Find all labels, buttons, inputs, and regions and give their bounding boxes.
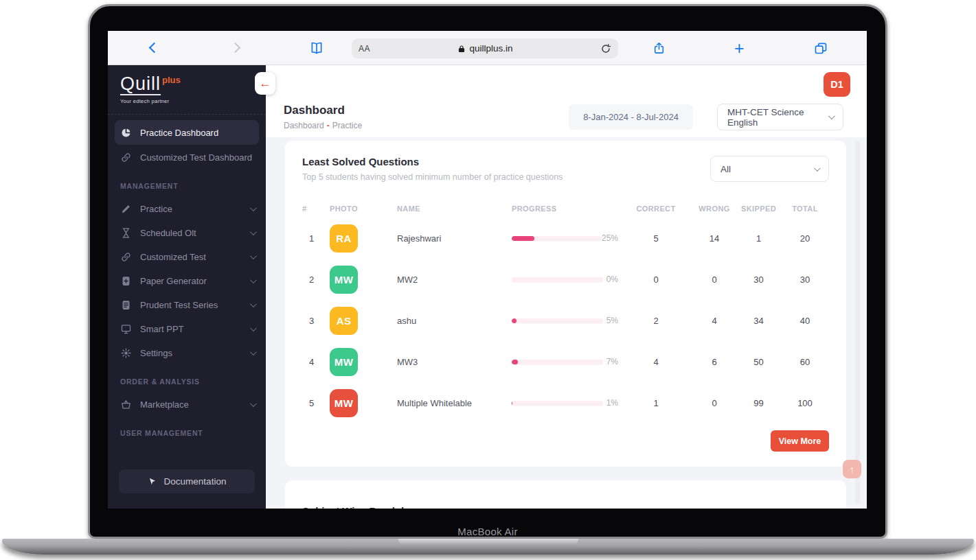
row-rank: 3 (302, 316, 330, 326)
chevron-down-icon (250, 205, 257, 211)
share-icon[interactable] (652, 40, 666, 55)
chevron-down-icon (250, 400, 257, 407)
progress-bar (512, 360, 603, 364)
reader-mode-button[interactable]: AA (359, 44, 370, 54)
date-range-picker[interactable]: 8-Jan-2024 - 8-Jul-2024 (569, 104, 693, 130)
student-name: Multiple Whitelable (397, 398, 512, 408)
avatar: MW (330, 348, 397, 376)
dashboard-scroll-area[interactable]: Least Solved Questions Top 5 students ha… (266, 137, 867, 509)
column-header: CORRECT (620, 205, 692, 213)
chevron-down-icon (814, 165, 821, 172)
total-value: 100 (781, 398, 829, 408)
forward-icon[interactable] (231, 42, 239, 54)
wrong-value: 14 (692, 233, 736, 244)
new-tab-icon[interactable]: + (734, 39, 745, 56)
brand-logo[interactable]: Quill plus Your edtech partner (108, 65, 266, 104)
sidebar-item-label: Practice (140, 204, 172, 214)
page-title: Dashboard (284, 104, 362, 117)
row-rank: 2 (302, 275, 330, 285)
table-row: 3ASashu5%243440 (302, 300, 829, 341)
sidebar-item-label: Smart PPT (140, 324, 184, 334)
card-title: Subject Wise Breakdown (302, 505, 829, 509)
card-title: Least Solved Questions (302, 156, 563, 167)
progress-label: 25% (602, 233, 620, 243)
tabs-overview-icon[interactable] (814, 41, 828, 55)
sidebar-item-prudent-test-series[interactable]: Prudent Test Series (108, 293, 266, 317)
sidebar-item-label: Customized Test (140, 252, 206, 262)
card-subtitle: Top 5 students having solved minimum num… (302, 172, 563, 182)
progress-label: 5% (606, 316, 620, 325)
column-header: PROGRESS (512, 205, 620, 213)
app-body: Quill plus Your edtech partner Practice … (108, 65, 867, 509)
correct-value: 1 (620, 398, 692, 408)
column-header: NAME (397, 205, 512, 213)
browser-toolbar: AA quillplus.in + (108, 31, 867, 65)
progress-cell: 0% (512, 275, 620, 284)
chevron-down-icon (250, 349, 257, 355)
skipped-value: 99 (736, 398, 781, 408)
course-select[interactable]: MHT-CET Science English (717, 104, 843, 130)
laptop-base (2, 539, 974, 555)
table-row: 1RARajeshwari25%514120 (302, 218, 829, 259)
avatar: MW (330, 389, 397, 417)
scroll-to-top-button[interactable]: ↑ (843, 460, 861, 478)
back-icon[interactable] (150, 42, 158, 54)
breadcrumb: Dashboard-Practice (284, 121, 362, 130)
row-rank: 4 (302, 357, 330, 367)
table-header: #PHOTONAMEPROGRESSCORRECTWRONGSKIPPEDTOT… (302, 200, 829, 218)
correct-value: 5 (620, 233, 692, 244)
sidebar-item-marketplace[interactable]: Marketplace (108, 393, 266, 417)
progress-label: 1% (606, 398, 620, 408)
pie-chart-icon (120, 127, 132, 139)
view-more-button[interactable]: View More (771, 430, 829, 452)
sidebar-item-smart-ppt[interactable]: Smart PPT (108, 317, 266, 341)
sidebar-item-customized-test-dashboard[interactable]: Customized Test Dashboard (108, 145, 266, 170)
course-select-value: MHT-CET Science English (727, 107, 828, 128)
total-value: 60 (781, 357, 829, 367)
documentation-label: Documentation (164, 476, 227, 487)
chevron-down-icon (250, 277, 257, 283)
logo-tagline: Your edtech partner (120, 98, 266, 104)
breadcrumb-separator: - (327, 121, 330, 130)
filter-select[interactable]: All (710, 156, 829, 182)
sidebar-collapse-button[interactable]: ← (255, 72, 275, 95)
sidebar-item-scheduled-olt[interactable]: Scheduled Olt (108, 221, 266, 245)
monitor-icon (120, 323, 132, 335)
logo-text: Quill (120, 74, 161, 95)
table-body: 1RARajeshwari25%5141202MWMW20%0030303ASa… (302, 218, 829, 423)
student-name: Rajeshwari (397, 233, 512, 244)
hourglass-icon (120, 227, 132, 239)
sidebar-item-paper-generator[interactable]: Paper Generator (108, 269, 266, 293)
total-value: 30 (781, 275, 829, 285)
skipped-value: 34 (736, 316, 781, 326)
progress-bar (512, 277, 603, 282)
sidebar-item-customized-test[interactable]: Customized Test (108, 245, 266, 269)
progress-bar (512, 318, 603, 323)
url-text: quillplus.in (469, 43, 512, 54)
breadcrumb-item[interactable]: Dashboard (284, 121, 324, 130)
documentation-button[interactable]: Documentation (119, 469, 255, 493)
sidebar-item-label: Prudent Test Series (140, 300, 218, 310)
progress-cell: 7% (512, 357, 620, 366)
avatar: RA (330, 224, 397, 253)
least-solved-card: Least Solved Questions Top 5 students ha… (285, 141, 846, 467)
address-bar[interactable]: AA quillplus.in (352, 38, 618, 58)
screen-content: AA quillplus.in + Quill (108, 31, 867, 509)
page-scrollbar[interactable] (855, 141, 860, 504)
progress-label: 0% (606, 275, 620, 284)
bookmarks-icon[interactable] (310, 41, 324, 55)
filter-select-value: All (720, 164, 731, 174)
sidebar-item-settings[interactable]: Settings (108, 341, 266, 365)
correct-value: 2 (620, 316, 692, 326)
page-header: Dashboard Dashboard-Practice 8-Jan-2024 … (284, 104, 843, 130)
sidebar-item-practice[interactable]: Practice (108, 197, 266, 221)
sidebar-item-practice-dashboard[interactable]: Practice Dashboard (115, 120, 259, 145)
profile-badge[interactable]: D1 (824, 72, 850, 97)
reload-icon[interactable] (600, 43, 611, 54)
progress-label: 7% (606, 357, 620, 366)
column-header: TOTAL (781, 205, 829, 213)
subject-breakdown-card: Subject Wise Breakdown (285, 480, 846, 509)
column-header: WRONG (692, 205, 736, 213)
sidebar-item-label: Paper Generator (140, 276, 207, 286)
progress-cell: 5% (512, 316, 620, 325)
